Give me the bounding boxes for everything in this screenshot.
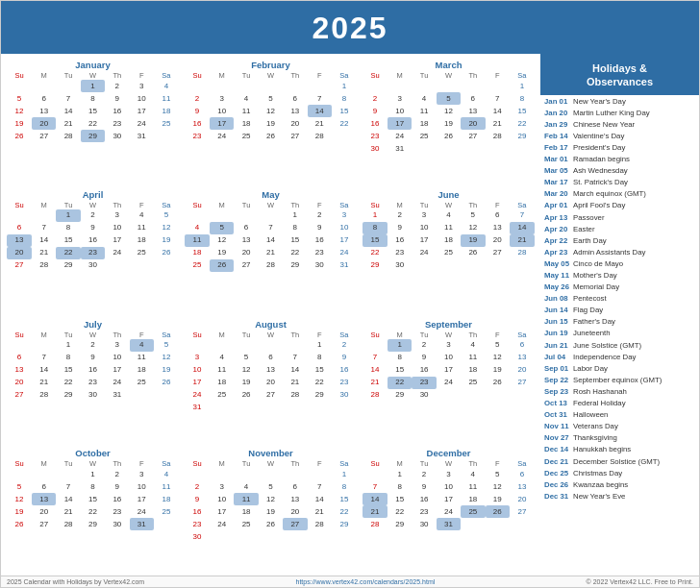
cal-day: 7 xyxy=(32,352,56,364)
cal-day: 12 xyxy=(234,364,258,377)
cal-day: 5 xyxy=(7,92,32,105)
cal-day xyxy=(32,209,56,222)
cal-day: 30 xyxy=(332,389,357,402)
cal-day: 20 xyxy=(7,377,32,389)
cal-day: 28 xyxy=(259,259,283,272)
main-content: JanuarySuMTuWThFSa1234567891011121314151… xyxy=(1,54,699,576)
holiday-date: Feb 14 xyxy=(544,132,573,142)
cal-day: 18 xyxy=(185,247,210,259)
holiday-row: Oct 31Halloween xyxy=(544,410,695,421)
cal-day: 29 xyxy=(388,389,412,402)
cal-day: 16 xyxy=(332,364,357,377)
cal-day xyxy=(510,142,535,155)
cal-day: 22 xyxy=(81,117,105,130)
cal-day: 6 xyxy=(7,222,32,234)
cal-day: 19 xyxy=(486,364,510,377)
cal-day: 5 xyxy=(486,339,510,352)
holiday-name: Hanukkah begins xyxy=(573,445,631,455)
cal-day: 9 xyxy=(412,352,436,364)
cal-day: 23 xyxy=(185,518,210,530)
cal-day: 2 xyxy=(185,480,210,493)
cal-day xyxy=(486,389,510,402)
cal-day xyxy=(362,339,388,352)
cal-day xyxy=(185,468,210,480)
cal-day: 21 xyxy=(259,247,283,259)
cal-day: 13 xyxy=(283,493,307,505)
cal-day: 12 xyxy=(259,105,283,117)
cal-day: 1 xyxy=(510,80,535,92)
cal-day: 31 xyxy=(130,518,154,530)
holiday-name: Martin Luther King Day xyxy=(573,109,650,119)
cal-day: 17 xyxy=(437,364,461,377)
cal-day xyxy=(210,80,234,92)
holiday-row: Jul 04Independence Day xyxy=(544,353,695,363)
cal-day: 21 xyxy=(362,505,388,518)
cal-day xyxy=(259,209,283,222)
cal-day: 24 xyxy=(388,130,412,142)
cal-day: 17 xyxy=(437,493,461,505)
cal-day: 8 xyxy=(362,222,388,234)
holiday-date: Jun 19 xyxy=(544,329,573,339)
cal-day: 1 xyxy=(56,339,80,352)
cal-day: 21 xyxy=(308,505,332,518)
month-title: September xyxy=(362,319,535,330)
holiday-row: Jun 08Pentecost xyxy=(544,294,695,305)
cal-day: 18 xyxy=(412,117,436,130)
cal-day: 7 xyxy=(259,222,283,234)
holiday-row: Dec 25Christmas Day xyxy=(544,469,695,479)
cal-day: 23 xyxy=(185,130,210,142)
cal-day: 12 xyxy=(210,234,234,247)
cal-day: 31 xyxy=(332,259,357,272)
cal-day: 27 xyxy=(7,389,32,402)
cal-day: 2 xyxy=(81,209,105,222)
cal-day: 27 xyxy=(283,518,307,530)
cal-day: 23 xyxy=(105,117,129,130)
cal-day: 9 xyxy=(81,352,105,364)
cal-day: 13 xyxy=(32,493,56,505)
cal-day xyxy=(461,518,485,530)
cal-day: 16 xyxy=(105,105,129,117)
cal-day: 23 xyxy=(105,505,129,518)
cal-day: 24 xyxy=(210,518,234,530)
cal-day xyxy=(56,468,80,480)
holiday-row: May 11Mother's Day xyxy=(544,271,695,282)
cal-day: 5 xyxy=(437,92,461,105)
cal-day: 25 xyxy=(234,130,258,142)
cal-day: 26 xyxy=(437,130,461,142)
holiday-name: Memorial Day xyxy=(573,282,619,293)
cal-day: 27 xyxy=(461,130,485,142)
cal-day: 20 xyxy=(510,493,535,505)
holiday-date: Jul 04 xyxy=(544,353,573,363)
cal-day: 20 xyxy=(7,247,32,259)
cal-day xyxy=(486,142,510,155)
cal-table: SuMTuWThFSa12345678910111213141516171819… xyxy=(7,459,179,530)
cal-day: 11 xyxy=(234,493,258,505)
cal-day: 21 xyxy=(510,234,535,247)
cal-day: 18 xyxy=(234,505,258,518)
cal-day: 2 xyxy=(332,339,357,352)
cal-day: 7 xyxy=(362,480,388,493)
cal-day: 10 xyxy=(130,92,154,105)
cal-day: 30 xyxy=(412,518,436,530)
cal-day: 20 xyxy=(283,117,307,130)
holiday-row: Apr 23Admin Assistants Day xyxy=(544,248,695,258)
cal-table: SuMTuWThFSa12345678910111213141516171819… xyxy=(185,331,357,414)
cal-day: 13 xyxy=(7,234,32,247)
cal-day: 12 xyxy=(7,493,32,505)
month-block-august: AugustSuMTuWThFSa12345678910111213141516… xyxy=(183,317,359,445)
cal-day: 15 xyxy=(510,105,535,117)
cal-day: 6 xyxy=(234,222,258,234)
cal-day: 7 xyxy=(32,222,56,234)
cal-day: 18 xyxy=(130,234,154,247)
cal-day: 3 xyxy=(210,480,234,493)
cal-day: 15 xyxy=(332,493,357,505)
footer: 2025 Calendar with Holidays by Vertex42.… xyxy=(1,576,699,587)
cal-day: 25 xyxy=(461,505,485,518)
cal-day: 17 xyxy=(388,117,412,130)
cal-day: 11 xyxy=(437,222,461,234)
month-block-june: JuneSuMTuWThFSa1234567891011121314151617… xyxy=(361,187,537,315)
cal-day: 11 xyxy=(210,364,234,377)
holiday-row: Jan 20Martin Luther King Day xyxy=(544,109,695,119)
holiday-name: President's Day xyxy=(573,143,625,154)
cal-day: 5 xyxy=(154,209,179,222)
